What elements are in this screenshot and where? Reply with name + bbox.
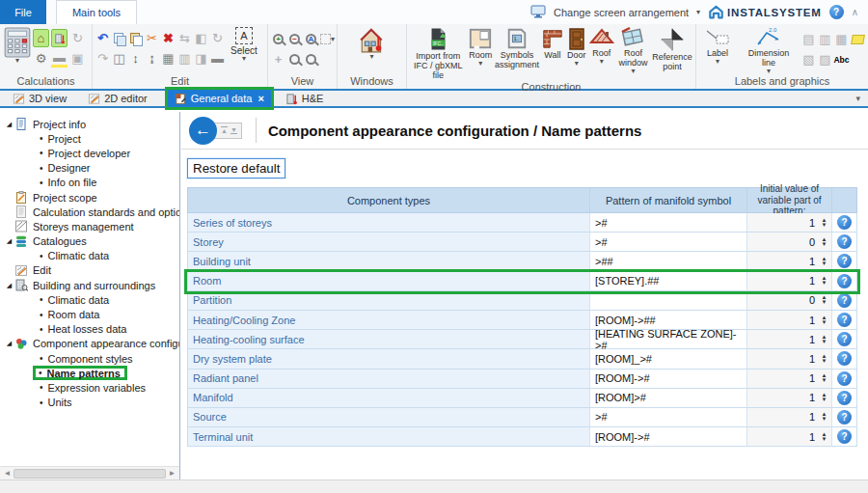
expander-icon[interactable]: ◢ (4, 121, 14, 128)
tree-item-info-on-file[interactable]: •Info on file (0, 176, 179, 190)
zoom-all-icon[interactable]: A (303, 30, 319, 48)
component-type-cell[interactable]: Storey (188, 233, 589, 251)
import-ifc-button[interactable]: IFC.. Import from IFC / gbXML file (409, 26, 468, 81)
tab-3d-view[interactable]: 3D view (6, 90, 73, 107)
component-type-cell[interactable]: Dry system plate (188, 349, 589, 368)
close-icon[interactable]: × (258, 93, 263, 104)
chevron-down-icon[interactable]: ▾ (767, 68, 771, 74)
tree-item-climatic-data[interactable]: •Climatic data (0, 249, 179, 263)
initial-value-cell[interactable]: 1▲▼ (746, 349, 831, 368)
wall-button[interactable]: Wall (540, 26, 565, 61)
chevron-down-icon[interactable]: ▾ (15, 58, 19, 64)
spinner-down-icon[interactable]: ▼ (822, 281, 827, 286)
table-row-heating-cooling-surface[interactable]: Heating-cooling surface[HEATING SURFACE … (187, 330, 857, 349)
expander-icon[interactable]: ◢ (4, 282, 14, 289)
table-row-source[interactable]: Source>#1▲▼? (187, 408, 857, 427)
tree-item-building-and-surroundings[interactable]: ◢Building and surroundings (0, 278, 179, 292)
spinner-down-icon[interactable]: ▼ (822, 397, 827, 402)
value-spinner[interactable]: ▲▼ (820, 335, 828, 344)
value-spinner[interactable]: ▲▼ (820, 276, 828, 286)
reference-point-button[interactable]: Reference point (651, 26, 693, 72)
calculations-button[interactable]: ▾ (2, 26, 33, 64)
chevron-down-icon[interactable]: ▾ (600, 59, 604, 65)
component-type-cell[interactable]: Building unit (188, 252, 589, 270)
initial-value[interactable]: 1 (809, 372, 815, 384)
chevron-down-icon[interactable]: ▾ (631, 68, 635, 74)
cut-icon[interactable]: ✂ (144, 29, 160, 47)
component-type-cell[interactable]: Heating/Cooling Zone (188, 311, 589, 329)
select-button[interactable]: A Select ▾ (226, 26, 262, 62)
help-icon[interactable]: ? (837, 234, 852, 249)
value-spinner[interactable]: ▲▼ (820, 218, 828, 228)
pattern-cell[interactable]: [ROOM]-># (589, 427, 746, 446)
calculation-options-icon[interactable]: ⚙ (33, 49, 49, 68)
delete-icon[interactable]: ✖ (160, 29, 176, 47)
table-row-manifold[interactable]: Manifold[ROOM]>#1▲▼? (187, 389, 857, 408)
initial-value-cell[interactable]: 1▲▼ (746, 408, 831, 426)
tab-h-and-e[interactable]: H&E (279, 90, 331, 107)
initial-value[interactable]: 1 (809, 334, 815, 345)
roof-button[interactable]: Roof ▾ (588, 26, 615, 65)
initial-value[interactable]: 1 (809, 275, 815, 287)
table-row-series-of-storeys[interactable]: Series of storeys>#1▲▼? (187, 213, 857, 233)
table-edit-icon[interactable]: ▦ (160, 49, 176, 68)
collapse-ribbon-icon[interactable]: ∧ (852, 7, 858, 17)
spinner-down-icon[interactable]: ▼ (822, 261, 827, 266)
value-spinner[interactable]: ▲▼ (820, 354, 828, 364)
chevron-down-icon[interactable]: ▾ (369, 54, 373, 60)
component-type-cell[interactable]: Radiant panel (188, 370, 589, 388)
pattern-cell[interactable]: [ROOM]_># (589, 349, 746, 368)
table-row-building-unit[interactable]: Building unit>##1▲▼? (187, 252, 857, 271)
help-icon[interactable]: ? (837, 429, 852, 444)
align-vertical-icon[interactable]: ↕ (127, 49, 144, 68)
table-row-heating-cooling-zone[interactable]: Heating/Cooling Zone[ROOM]->##1▲▼? (187, 311, 857, 330)
pattern-cell[interactable]: [STOREY].## (589, 272, 746, 290)
spinner-down-icon[interactable]: ▼ (822, 417, 827, 422)
pipe-sizing-icon[interactable]: ▬ (51, 49, 68, 68)
symbols-assignment-button[interactable]: 1.. Symbols assignment (494, 26, 540, 70)
tab-file[interactable]: File (0, 0, 46, 24)
value-spinner[interactable]: ▲▼ (820, 393, 828, 402)
sticky-note-icon[interactable] (850, 30, 866, 48)
initial-value-cell[interactable]: 1▲▼ (746, 370, 831, 388)
zoom-in-icon[interactable]: + (270, 30, 286, 48)
component-type-cell[interactable]: Partition (188, 291, 589, 310)
spinner-down-icon[interactable]: ▼ (822, 320, 827, 325)
door-button[interactable]: Door ▾ (565, 26, 588, 67)
table-row-dry-system-plate[interactable]: Dry system plate[ROOM]_>#1▲▼? (187, 349, 857, 369)
tree-item-climatic-data[interactable]: •Climatic data (0, 292, 179, 307)
zoom-out-icon[interactable]: − (286, 30, 303, 48)
help-icon[interactable]: ? (837, 254, 852, 268)
initial-value[interactable]: 0 (809, 294, 815, 306)
pattern-cell[interactable]: [ROOM]># (589, 389, 746, 407)
initial-value-cell[interactable]: 0▲▼ (746, 291, 831, 310)
scroll-left-icon[interactable]: ◄ (1, 469, 14, 478)
value-spinner[interactable]: ▲▼ (820, 315, 828, 325)
chevron-down-icon[interactable]: ▾ (242, 56, 246, 62)
text-abc-icon[interactable]: Abc (833, 50, 850, 68)
spinner-down-icon[interactable]: ▼ (822, 359, 827, 364)
pattern-cell[interactable]: ># (589, 213, 746, 232)
initial-value[interactable]: 1 (809, 392, 815, 403)
copy-icon[interactable] (111, 29, 127, 47)
help-icon[interactable]: ? (837, 410, 852, 425)
table-row-partition[interactable]: Partition0▲▼? (187, 291, 857, 311)
value-spinner[interactable]: ▲▼ (820, 412, 828, 422)
initial-value-cell[interactable]: 1▲▼ (746, 389, 831, 407)
tree-item-project-scope[interactable]: Project scope (0, 190, 179, 205)
tree-item-project-info[interactable]: ◢Project info (0, 117, 179, 131)
tab-main-tools[interactable]: Main tools (56, 0, 137, 24)
zoom-window-icon[interactable] (303, 50, 319, 68)
room-button[interactable]: Room ▾ (468, 26, 494, 67)
tree-item-heat-losses-data[interactable]: •Heat losses data (0, 322, 179, 337)
initial-value-cell[interactable]: 1▲▼ (746, 213, 831, 232)
tree-item-catalogues[interactable]: ◢Catalogues (0, 234, 179, 249)
heat-load-icon[interactable] (51, 29, 68, 47)
tree-item-component-appearance-configura[interactable]: ◢Component appearance configura (0, 337, 179, 351)
component-type-cell[interactable]: Terminal unit (188, 427, 589, 446)
value-spinner[interactable]: ▲▼ (820, 432, 828, 442)
sidebar-horizontal-scrollbar[interactable]: ◄ ► (0, 466, 179, 479)
undo-icon[interactable]: ↶ (95, 29, 111, 47)
initial-value-cell[interactable]: 1▲▼ (746, 252, 831, 270)
tree-item-designer[interactable]: •Designer (0, 161, 179, 176)
